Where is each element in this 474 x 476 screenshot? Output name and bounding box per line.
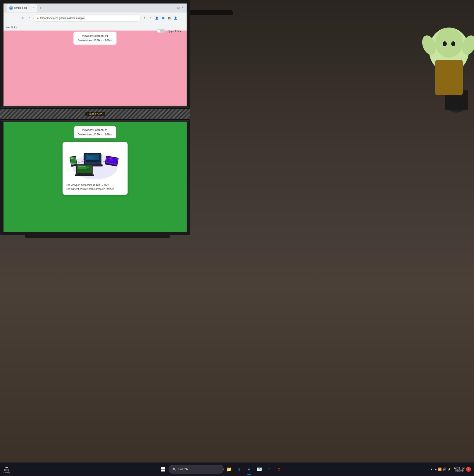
weather-temp: 18°C xyxy=(4,469,9,471)
viewport-info-2: Viewport Segment #2 Dimensions: 1280px -… xyxy=(74,126,116,138)
cast-icon[interactable]: ⤴ xyxy=(142,15,147,21)
tab-close-btn[interactable]: ✕ xyxy=(33,7,35,9)
taskbar-app-file-explorer[interactable]: 📁 xyxy=(225,465,234,474)
weather-icon: ☁ xyxy=(5,465,8,469)
svg-rect-14 xyxy=(87,156,93,156)
minimize-btn[interactable]: — xyxy=(173,7,175,9)
fold-hinge: Folded Area xyxy=(0,108,190,120)
laptop-bottom-bezel xyxy=(25,235,170,238)
viewport-dimension-text: The viewport dimension is 1280 x 1528. xyxy=(66,183,124,187)
taskbar-app-teams[interactable]: T xyxy=(265,465,274,474)
file-explorer-icon: 📁 xyxy=(226,466,232,472)
onedrive-icon[interactable]: ☁ xyxy=(434,467,437,471)
back-btn[interactable]: ← xyxy=(6,15,12,21)
tray-overflow-icon[interactable]: ▲ xyxy=(430,467,433,471)
toggle-iframe-control[interactable]: Toggle Iframe xyxy=(157,29,182,33)
close-btn[interactable]: ✕ xyxy=(182,7,184,9)
taskbar: ☁ 18°C Cloudy 🔍 Search 📁 ℯ ● xyxy=(0,462,474,476)
taskbar-right: ▲ ☁ 📶 🔊 ⚡ 12:43 PM 4/8/2024 ! xyxy=(430,466,471,472)
chrome-icon: ● xyxy=(248,467,250,472)
viewport-dimensions-1: Dimensions: 1280px - 669px xyxy=(78,38,112,43)
edge-icon: ℯ xyxy=(238,466,240,472)
search-placeholder: Search xyxy=(178,467,188,471)
weather-condition: Cloudy xyxy=(3,471,10,474)
svg-rect-34 xyxy=(78,168,87,169)
svg-point-7 xyxy=(451,41,455,46)
extension-icon[interactable]: 🔷 xyxy=(160,15,166,21)
taskbar-app-office[interactable]: O xyxy=(275,465,284,474)
svg-point-3 xyxy=(435,28,463,58)
search-icon: 🔍 xyxy=(172,467,176,471)
yoda-decoration xyxy=(369,0,474,145)
nav-action-icons: ⤴ ☆ 👤 🔷 ▦ 👤 ⋮ xyxy=(142,15,185,21)
tab-favicon: M xyxy=(10,7,13,10)
browser-tab-active[interactable]: M Simple Fold ✕ xyxy=(7,4,37,12)
office-icon: O xyxy=(278,467,280,471)
taskbar-search[interactable]: 🔍 Search xyxy=(169,465,224,473)
bottom-screen-content: Viewport Segment #2 Dimensions: 1280px -… xyxy=(4,122,187,232)
browser-chrome: M Simple Fold ✕ + — ❐ ✕ ← → ↻ ⌂ 🔒 foldab… xyxy=(4,4,187,24)
user-avatar-icon[interactable]: 👤 xyxy=(173,15,178,21)
svg-point-6 xyxy=(443,41,447,46)
home-btn[interactable]: ⌂ xyxy=(27,15,33,21)
network-icon[interactable]: 📶 xyxy=(438,467,442,471)
notification-bell[interactable]: ! xyxy=(466,467,471,472)
bottom-screen: Viewport Segment #2 Dimensions: 1280px -… xyxy=(0,120,190,235)
star-icon[interactable]: ☆ xyxy=(148,15,153,21)
fold-area-label: Folded Area xyxy=(85,112,105,116)
reload-btn[interactable]: ↻ xyxy=(20,15,26,21)
new-tab-btn[interactable]: + xyxy=(38,6,44,10)
tab-title: Simple Fold xyxy=(14,7,27,9)
volume-icon[interactable]: 🔊 xyxy=(443,467,446,471)
svg-rect-15 xyxy=(87,157,96,157)
card-illustration xyxy=(66,146,124,181)
outlook-icon: 📧 xyxy=(256,466,262,472)
viewport-dimensions-2: Dimensions: 1280px - 669px xyxy=(78,132,112,137)
menu-icon[interactable]: ⋮ xyxy=(179,15,185,21)
start-button[interactable] xyxy=(159,465,168,474)
viewport-segment-label-2: Viewport Segment #2 xyxy=(78,128,112,132)
card-text-area: The viewport dimension is 1280 x 1528. T… xyxy=(66,183,124,191)
top-screen-content: Intel Links Viewport Segment #1 Dimensio… xyxy=(4,24,187,106)
forward-btn[interactable]: → xyxy=(13,15,19,21)
address-url: foldable-devices.github.io/demos/simple/ xyxy=(40,17,85,20)
svg-rect-16 xyxy=(87,158,94,158)
posture-text: The current posture of the device is : f… xyxy=(66,187,124,191)
svg-rect-8 xyxy=(435,60,463,95)
tab-bar: M Simple Fold ✕ + — ❐ ✕ xyxy=(4,4,187,13)
content-card: The viewport dimension is 1280 x 1528. T… xyxy=(63,142,128,195)
weather-widget[interactable]: ☁ 18°C Cloudy xyxy=(3,465,10,474)
taskbar-app-outlook[interactable]: 📧 xyxy=(255,465,264,474)
svg-rect-33 xyxy=(78,167,89,168)
taskbar-app-chrome[interactable]: ● xyxy=(245,465,254,474)
profile-icon[interactable]: 👤 xyxy=(154,15,160,21)
toggle-label: Toggle Iframe xyxy=(166,30,182,33)
restore-btn[interactable]: ❐ xyxy=(177,7,180,9)
svg-rect-35 xyxy=(75,174,94,176)
top-screen: M Simple Fold ✕ + — ❐ ✕ ← → ↻ ⌂ 🔒 foldab… xyxy=(0,0,190,108)
battery-icon[interactable]: ⚡ xyxy=(447,467,451,471)
system-tray: ▲ ☁ 📶 🔊 ⚡ xyxy=(430,467,451,471)
svg-rect-32 xyxy=(78,166,86,167)
address-lock-icon: 🔒 xyxy=(36,17,39,19)
address-bar[interactable]: 🔒 foldable-devices.github.io/demos/simpl… xyxy=(34,15,141,22)
window-controls: — ❐ ✕ xyxy=(173,7,185,9)
windows-logo-icon xyxy=(161,467,165,471)
teams-icon: T xyxy=(268,467,270,471)
bookmark-intel-links[interactable]: Intel Links xyxy=(6,26,17,29)
clock-widget[interactable]: 12:43 PM 4/8/2024 xyxy=(454,466,464,472)
clock-date: 4/8/2024 xyxy=(455,469,464,472)
nav-bar: ← → ↻ ⌂ 🔒 foldable-devices.github.io/dem… xyxy=(4,13,187,24)
taskbar-left: ☁ 18°C Cloudy xyxy=(3,465,12,474)
taskbar-center: 🔍 Search 📁 ℯ ● 📧 T O xyxy=(12,465,430,474)
clock-time: 12:43 PM xyxy=(454,466,464,469)
taskbar-app-edge[interactable]: ℯ xyxy=(235,465,244,474)
viewport-info-1: Viewport Segment #1 Dimensions: 1280px -… xyxy=(73,32,117,45)
toggle-switch[interactable] xyxy=(157,29,165,33)
sidebar-icon[interactable]: ▦ xyxy=(167,15,172,21)
viewport-segment-label-1: Viewport Segment #1 xyxy=(78,34,112,38)
